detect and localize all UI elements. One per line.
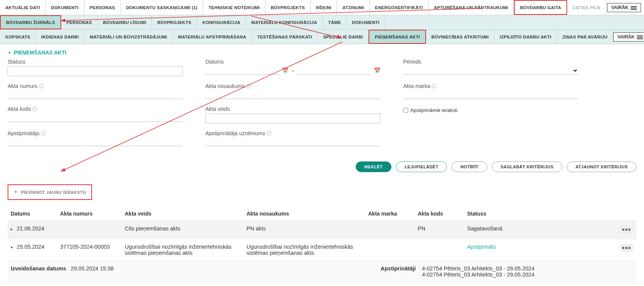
nav1-item[interactable]: DOKUMENTU SASKAŅOJUMI (1) — [121, 0, 204, 15]
nav3-item[interactable]: BŪVNIECĪBAS ATKRITUMI — [426, 30, 495, 44]
nav1-item[interactable]: APTURĒŠANA UN PĀRTRAUKUMI — [429, 0, 514, 15]
detail-apst-val: 4-02754 Pēteris_03 Arhitekts_03 - 29.05.… — [422, 272, 534, 278]
meklet-button[interactable]: MEKLĒT — [356, 161, 391, 172]
nav-level-3: KOPSKATS IKDIENAS DARBI MATERIĀLI UN BŪV… — [0, 30, 644, 44]
nav1-item[interactable]: DOKUMENTI — [46, 0, 84, 15]
saglabat-button[interactable]: SAGLABĀT KRITĒRIJUS — [492, 161, 562, 172]
th-veids[interactable]: Akta veids — [122, 207, 243, 221]
akta-kods-input[interactable] — [8, 113, 183, 122]
burger-icon — [631, 5, 637, 10]
info-icon[interactable]: i — [432, 84, 436, 88]
nav3-item[interactable]: IKDIENAS DARBI — [36, 30, 84, 44]
atjaunot-button[interactable]: ATJAUNOT KRITĒRIJUS — [567, 161, 636, 172]
nav-level-1: AKTUĀLIE DATI DOKUMENTI PERSONAS DOKUMEN… — [0, 0, 644, 15]
akta-numurs-input[interactable] — [8, 91, 183, 99]
nav2-item[interactable]: PERSONAS — [61, 15, 98, 29]
vairak-button-1[interactable]: VAIRĀK — [607, 3, 641, 12]
label-akta-veids: Akta veids — [205, 106, 380, 112]
th-kods[interactable]: Akta kods — [415, 207, 464, 221]
label-apstiprinatajs: Apstiprinātājsi — [8, 130, 183, 136]
nav3-item[interactable]: KOPSKATS — [0, 30, 36, 44]
nav2-item[interactable]: KONFIGURĀCIJA — [197, 15, 246, 29]
nav1-item[interactable]: BŪVPROJEKTS — [266, 0, 311, 15]
nav3-item[interactable]: TESTĒŠANAS PĀRSKATI — [252, 30, 318, 44]
nav1-item[interactable]: LIETAS PILN — [567, 0, 606, 15]
filter-area: Statuss Datums 📅 – 📅 Periods Akta numurs… — [0, 59, 644, 159]
detail-apst-label: Apstiprinātāji — [380, 265, 416, 278]
calendar-icon[interactable]: 📅 — [282, 67, 288, 73]
nav1-item[interactable]: TEHNISKIE NOTEIKUMI — [203, 0, 266, 15]
nav3-item[interactable]: MATERIĀLU APSTIPRINĀŠANA — [173, 30, 252, 44]
info-icon[interactable]: i — [246, 84, 251, 88]
nav2-item[interactable]: BŪVDARBU LĪGUMI — [98, 15, 152, 29]
nav1-item[interactable]: ENERGOSERTIFIKĀTI — [370, 0, 429, 15]
th-numurs[interactable]: Akta numurs — [57, 207, 122, 221]
label-apstip-uzn: Apstiprinātāja uzņēmumsi — [205, 130, 380, 136]
lejupieladet-button[interactable]: LEJUPIELĀDĒT — [396, 161, 447, 172]
nav3-item[interactable]: ZIŅAS PAR AVĀRIJU — [557, 30, 613, 44]
label-akta-marka: Akta markai — [403, 83, 578, 89]
nav1-item[interactable]: RĒĶINI — [311, 0, 337, 15]
section-title: PIEŅEMŠANAS AKTI — [14, 50, 67, 56]
row-menu-icon[interactable]: ••• — [620, 244, 633, 252]
dash: – — [291, 68, 294, 73]
detail-izv-val: 29.05.2024 15:38 — [71, 265, 114, 272]
vairak-button-3[interactable]: VAIRĀK — [613, 32, 644, 42]
nav3-pienemsanas-akti[interactable]: PIEŅEMŠANAS AKTI — [369, 30, 426, 44]
nav1-item[interactable]: ATZINUMI — [337, 0, 369, 15]
expand-icon[interactable]: ▸ — [11, 227, 15, 231]
nav2-item[interactable]: DOKUMENTI — [347, 15, 385, 29]
collapse-icon[interactable]: ▾ — [11, 245, 15, 249]
section-header[interactable]: ▼ PIEŅEMŠANAS AKTI — [0, 44, 644, 59]
detail-izv-label: Izveidošanas datums — [11, 265, 66, 272]
status-input[interactable] — [8, 66, 183, 76]
pievienot-button[interactable]: + PIEVIENOT JAUNU IERAKSTU — [8, 184, 92, 200]
action-buttons: MEKLĒT LEJUPIELĀDĒT NOTĪRĪT SAGLABĀT KRI… — [0, 159, 644, 177]
th-marka[interactable]: Akta marka — [365, 207, 415, 221]
pievienot-label: PIEVIENOT JAUNU IERAKSTU — [21, 190, 86, 195]
periods-select[interactable] — [403, 66, 578, 75]
nav1-item[interactable]: PERSONAS — [84, 0, 121, 15]
th-statuss[interactable]: Statuss — [464, 207, 617, 221]
akta-nosaukums-input[interactable] — [205, 91, 380, 99]
nav3-item[interactable]: IZPILDĪTO DARBU AKTI — [495, 30, 557, 44]
plus-icon: + — [14, 188, 18, 196]
info-icon[interactable]: i — [39, 84, 44, 88]
nav-level-2: BŪVDARBU ŽURNĀLS PERSONAS BŪVDARBU LĪGUM… — [0, 15, 644, 30]
th-nosaukums[interactable]: Akta nosaukums — [243, 207, 365, 221]
label-status: Statuss — [8, 59, 183, 65]
nav1-item[interactable]: AKTUĀLIE DATI — [0, 0, 46, 15]
label-akta-nosaukums: Akta nosaukumsi — [205, 83, 380, 89]
table-row[interactable]: ▸ 21.06.2024 Cits pieņemšanas akts PN ak… — [8, 221, 636, 239]
nav2-item[interactable]: BŪVPROJEKTS — [152, 15, 197, 29]
th-datums[interactable]: Datums — [8, 207, 57, 221]
burger-icon — [637, 35, 643, 39]
detail-row: Izveidošanas datums 29.05.2024 15:38 Aps… — [8, 261, 636, 283]
info-icon[interactable]: i — [41, 131, 46, 136]
calendar-icon[interactable]: 📅 — [374, 67, 380, 73]
apstip-ieraksti-checkbox[interactable] — [403, 108, 408, 113]
row-menu-icon[interactable]: ••• — [620, 225, 633, 234]
detail-apst-val: 4-02754 Pēteris_03 Arhitekts_03 - 29.05.… — [422, 265, 534, 272]
date-from-input[interactable] — [205, 66, 279, 75]
apstip-uzn-input[interactable] — [205, 138, 380, 146]
apstiprinatajs-input[interactable] — [8, 138, 183, 146]
table-row[interactable]: ▾ 29.05.2024 377105-2024-00003 Ugunsdroš… — [8, 239, 636, 261]
label-datums: Datums — [205, 59, 380, 65]
label-apstip-ieraksti: Apstiprināmie ieraksti — [410, 107, 458, 113]
info-icon[interactable]: i — [267, 131, 271, 136]
akta-veids-input[interactable] — [205, 113, 380, 123]
akta-marka-input[interactable] — [403, 91, 578, 99]
vairak-label: VAIRĀK — [617, 34, 634, 40]
nav1-buvdarbu-gaita[interactable]: BŪVDARBU GAITA — [514, 0, 567, 15]
label-akta-kods: Akta kodsi — [8, 106, 183, 112]
nav3-item[interactable]: MATERIĀLI UN BŪVIZSTRĀDĀJUMI — [84, 30, 173, 44]
notirit-button[interactable]: NOTĪRĪT — [452, 161, 487, 172]
info-icon[interactable]: i — [32, 107, 37, 111]
nav2-item[interactable]: MATERIĀLU KONFIGURĀCIJA — [246, 15, 323, 29]
nav2-item[interactable]: TĀME — [323, 15, 347, 29]
nav3-item[interactable]: SPECIĀLIE DARBI — [318, 30, 369, 44]
label-periods: Periods — [403, 59, 578, 65]
nav2-buvdarbu-zurnals[interactable]: BŪVDARBU ŽURNĀLS — [0, 15, 61, 29]
date-to-input[interactable] — [297, 66, 371, 75]
